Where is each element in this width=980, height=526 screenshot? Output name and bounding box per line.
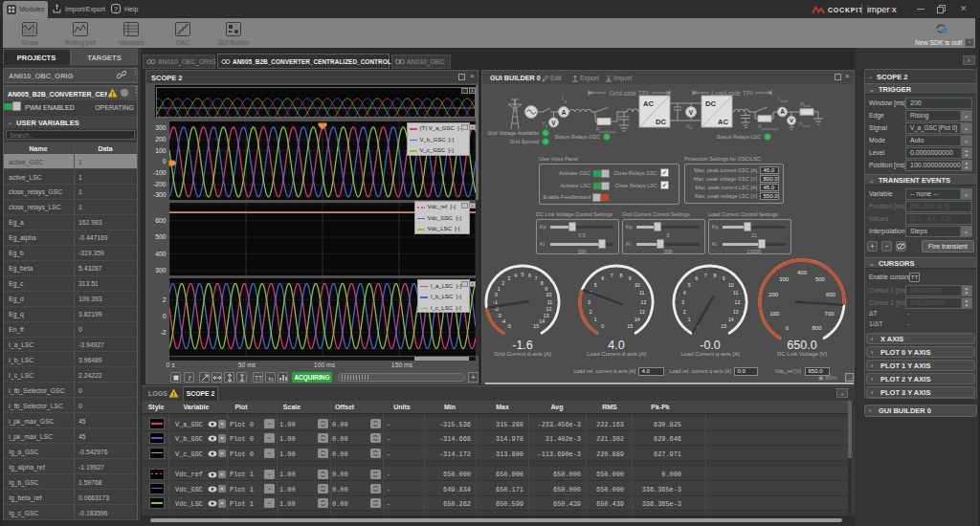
svg-text:f: f <box>189 375 191 382</box>
svg-text:!: ! <box>172 391 174 398</box>
svg-text:6: 6 <box>601 275 604 281</box>
svg-text:0: 0 <box>601 323 604 329</box>
svg-text:7: 7 <box>704 273 707 278</box>
svg-text:5: 5 <box>688 282 691 288</box>
svg-text:14: 14 <box>539 318 545 324</box>
svg-text:6: 6 <box>528 273 531 278</box>
svg-text:15: 15 <box>533 323 539 329</box>
svg-text:12: 12 <box>735 299 741 305</box>
svg-text:!: ! <box>111 91 113 98</box>
svg-text:700: 700 <box>825 311 835 317</box>
svg-text:800: 800 <box>812 325 822 331</box>
svg-text:g: g <box>565 99 567 103</box>
svg-text:8: 8 <box>713 273 716 278</box>
svg-text:V: V <box>551 120 556 126</box>
svg-text:dc: dc <box>689 126 693 130</box>
svg-text:load: load <box>781 99 788 103</box>
svg-text:15: 15 <box>627 323 633 329</box>
svg-text:7: 7 <box>535 275 538 281</box>
svg-text:Load-side TPI: Load-side TPI <box>711 90 753 97</box>
svg-text:6: 6 <box>695 275 698 281</box>
svg-text:13: 13 <box>639 309 645 315</box>
svg-text:0: 0 <box>495 292 498 297</box>
svg-text:1: 1 <box>498 286 501 292</box>
svg-text:fo: fo <box>268 376 274 382</box>
svg-text:1: 1 <box>594 317 597 322</box>
svg-text:1: 1 <box>688 317 691 322</box>
svg-text:9: 9 <box>629 275 632 281</box>
svg-text:DC: DC <box>705 99 716 108</box>
svg-text:precharge: precharge <box>762 127 778 131</box>
svg-text:5: 5 <box>594 282 597 288</box>
svg-text:0: 0 <box>786 325 790 331</box>
svg-text:12: 12 <box>546 306 552 312</box>
svg-text:AC: AC <box>718 118 728 126</box>
svg-text:DC: DC <box>656 118 666 126</box>
svg-text:13: 13 <box>733 309 739 315</box>
svg-text:10: 10 <box>546 292 552 297</box>
svg-text:200: 200 <box>768 292 779 297</box>
svg-text:3: 3 <box>588 299 590 305</box>
svg-text:V: V <box>790 118 793 123</box>
svg-text:2: 2 <box>501 280 504 286</box>
svg-text:14: 14 <box>728 317 734 322</box>
svg-text:A: A <box>562 109 567 116</box>
svg-text:AC: AC <box>643 99 654 108</box>
svg-text:g: g <box>546 123 547 128</box>
svg-text:11: 11 <box>639 290 644 296</box>
svg-text:load: load <box>804 104 811 108</box>
svg-text:4: 4 <box>514 273 517 278</box>
svg-text:-5: -5 <box>506 323 511 329</box>
svg-text:3: 3 <box>507 275 510 281</box>
svg-text:10: 10 <box>728 282 734 288</box>
svg-text:-3: -3 <box>497 313 501 318</box>
svg-text:500: 500 <box>815 276 826 282</box>
svg-text:V: V <box>689 109 694 116</box>
svg-text:Grid-side TPI: Grid-side TPI <box>609 90 648 97</box>
svg-text:-1: -1 <box>493 299 498 305</box>
svg-text:TT: TT <box>255 375 262 382</box>
svg-text:600: 600 <box>826 292 836 297</box>
svg-text:9: 9 <box>723 275 725 281</box>
svg-text:14: 14 <box>635 317 640 322</box>
svg-text:3: 3 <box>681 299 684 305</box>
svg-text:5: 5 <box>522 272 524 277</box>
svg-text:10: 10 <box>635 282 640 288</box>
svg-text:8: 8 <box>619 273 622 278</box>
svg-text:9: 9 <box>545 286 547 292</box>
svg-text:A: A <box>780 108 785 115</box>
svg-text:300: 300 <box>779 276 790 282</box>
svg-text:11: 11 <box>547 299 552 305</box>
svg-text:8: 8 <box>541 280 544 286</box>
svg-text:2: 2 <box>683 309 686 315</box>
svg-text:7: 7 <box>611 273 613 278</box>
svg-text:400: 400 <box>797 270 808 275</box>
svg-text:2: 2 <box>590 309 592 315</box>
svg-text:-4: -4 <box>501 318 505 324</box>
svg-text:11: 11 <box>733 290 738 296</box>
svg-text:4: 4 <box>683 290 686 296</box>
svg-text:12: 12 <box>641 299 647 305</box>
svg-text:15: 15 <box>721 323 726 329</box>
svg-text:100: 100 <box>769 311 780 317</box>
svg-text:load: load <box>803 124 810 128</box>
